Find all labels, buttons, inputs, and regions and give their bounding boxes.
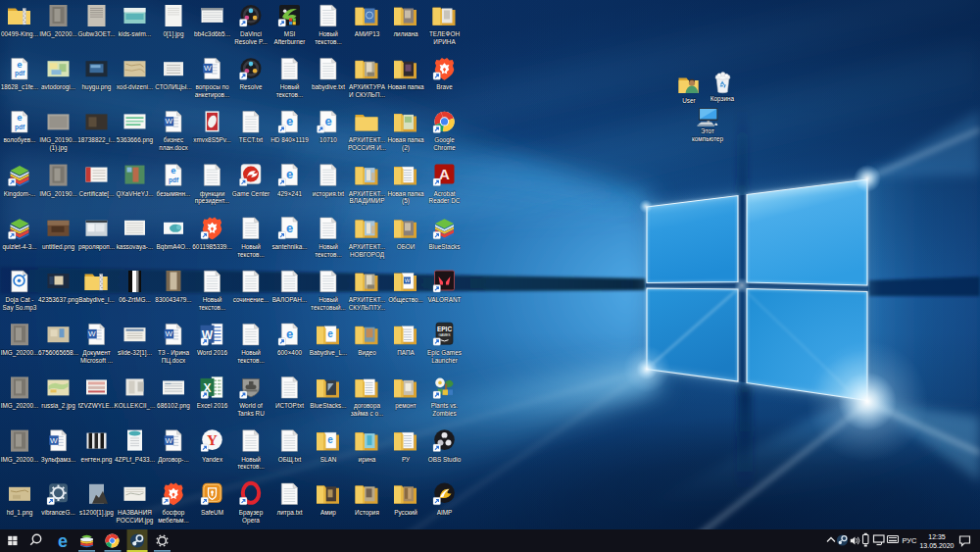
svg-text:мебельм...: мебельм... xyxy=(158,517,189,524)
svg-text:Word 2016: Word 2016 xyxy=(197,349,228,356)
svg-text:babydive.txt: babydive.txt xyxy=(312,83,345,91)
svg-text:IMG_20200...: IMG_20200... xyxy=(39,30,77,38)
svg-text:Этот: Этот xyxy=(701,127,714,134)
svg-text:EPIC: EPIC xyxy=(437,326,452,332)
svg-text:4ZPLf_P433...: 4ZPLf_P433... xyxy=(115,456,155,464)
svg-text:текстов...: текстов... xyxy=(237,463,265,470)
svg-text:Plants vs.: Plants vs. xyxy=(431,402,459,409)
svg-text:(1).jpg: (1).jpg xyxy=(49,144,68,152)
svg-text:НАЗВАНИЯ: НАЗВАНИЯ xyxy=(118,509,152,516)
svg-text:fZVZWYLE...: fZVZWYLE... xyxy=(78,402,116,409)
svg-text:e: e xyxy=(327,328,333,339)
svg-text:НОВГОРОД: НОВГОРОД xyxy=(350,251,385,259)
svg-text:Новая папка: Новая папка xyxy=(387,190,424,197)
svg-text:Новая папка: Новая папка xyxy=(387,136,424,143)
svg-text:kassovaya-...: kassovaya-... xyxy=(117,243,154,251)
svg-text:Yandex: Yandex xyxy=(202,456,223,463)
svg-text:QXaVHeYJ...: QXaVHeYJ... xyxy=(116,190,153,198)
svg-text:ИРИНА: ИРИНА xyxy=(433,38,456,45)
svg-text:e: e xyxy=(286,167,293,181)
svg-text:СТОЛИЦЫ...: СТОЛИЦЫ... xyxy=(155,83,192,91)
svg-text:e: e xyxy=(17,112,22,123)
svg-text:Общество...: Общество... xyxy=(388,296,423,304)
svg-text:Launcher: Launcher xyxy=(431,357,459,364)
svg-text:BlueStacks...: BlueStacks... xyxy=(310,402,347,409)
svg-text:Zombies: Zombies xyxy=(432,410,457,417)
svg-text:BlueStacks: BlueStacks xyxy=(429,243,461,250)
svg-text:Новый: Новый xyxy=(203,296,222,303)
svg-text:текстов...: текстов... xyxy=(276,91,304,98)
svg-text:e: e xyxy=(324,114,331,128)
svg-text:ряроляроп...: ряроляроп... xyxy=(78,243,115,251)
svg-text:вопросы по: вопросы по xyxy=(195,83,228,91)
svg-text:Амир: Амир xyxy=(320,509,336,517)
svg-text:президент...: президент... xyxy=(195,197,230,205)
svg-text:Brave: Brave xyxy=(436,83,453,90)
svg-text:Resolve P...: Resolve P... xyxy=(234,38,268,45)
svg-text:6011985339...: 6011985339... xyxy=(192,243,232,250)
svg-text:волобуев...: волобуев... xyxy=(3,136,35,144)
svg-text:IMG_20200...: IMG_20200... xyxy=(1,349,39,357)
svg-text:W: W xyxy=(166,436,173,445)
svg-text:АМИР13: АМИР13 xyxy=(355,30,380,37)
svg-text:russia_2.jpg: russia_2.jpg xyxy=(41,402,75,410)
svg-text:Doja Cat -: Doja Cat - xyxy=(6,296,34,304)
svg-text:00499-King...: 00499-King... xyxy=(1,30,38,38)
svg-text:429×241: 429×241 xyxy=(277,190,303,197)
svg-text:Excel 2016: Excel 2016 xyxy=(197,402,228,409)
svg-text:компьютер: компьютер xyxy=(692,135,724,143)
svg-text:xod-dvizeni...: xod-dvizeni... xyxy=(117,83,154,90)
svg-text:ВАЛОРАН...: ВАЛОРАН... xyxy=(272,296,308,303)
svg-text:e: e xyxy=(58,531,68,551)
svg-text:(5): (5) xyxy=(402,197,410,205)
svg-text:Браузер: Браузер xyxy=(239,509,264,517)
svg-text:Русский: Русский xyxy=(394,509,417,517)
svg-text:Новый: Новый xyxy=(280,83,300,90)
svg-text:ПАПА: ПАПА xyxy=(397,349,415,356)
svg-text:ремонт: ремонт xyxy=(395,402,416,410)
svg-text:договора: договора xyxy=(354,402,380,410)
svg-text:енгтен.png: енгтен.png xyxy=(81,456,113,464)
svg-text:Microsoft ...: Microsoft ... xyxy=(80,357,113,364)
svg-text:pdf: pdf xyxy=(169,176,179,184)
svg-text:IMG_20200...: IMG_20200... xyxy=(1,456,39,464)
svg-text:текстов...: текстов... xyxy=(199,304,226,311)
svg-text:литра.txt: литра.txt xyxy=(277,509,303,517)
svg-text:Resolve: Resolve xyxy=(239,83,263,90)
svg-text:quizlet-4-3...: quizlet-4-3... xyxy=(2,243,36,251)
svg-text:42353637.png: 42353637.png xyxy=(38,296,78,304)
svg-text:АРХИТЕКТ...: АРХИТЕКТ... xyxy=(349,190,386,197)
svg-text:600×400: 600×400 xyxy=(277,349,303,356)
svg-text:12:35: 12:35 xyxy=(928,533,946,540)
svg-text:история.txt: история.txt xyxy=(313,190,345,198)
svg-text:SLAN: SLAN xyxy=(320,456,337,463)
svg-text:ТЗ - Ирина: ТЗ - Ирина xyxy=(158,349,190,357)
svg-text:Chrome: Chrome xyxy=(433,144,456,151)
svg-text:АРХИКТУРА: АРХИКТУРА xyxy=(349,83,386,90)
svg-text:текстовый...: текстовый... xyxy=(311,304,346,311)
svg-text:Kingdom-...: Kingdom-... xyxy=(4,190,36,198)
svg-text:ТЕСТ.txt: ТЕСТ.txt xyxy=(239,136,264,143)
svg-text:e: e xyxy=(17,59,22,70)
svg-text:10710: 10710 xyxy=(319,136,337,143)
svg-text:untitled.png: untitled.png xyxy=(42,243,74,251)
svg-text:РУС: РУС xyxy=(902,536,917,545)
svg-text:РОССИИ.jpg: РОССИИ.jpg xyxy=(117,517,154,525)
svg-text:kids-swim...: kids-swim... xyxy=(119,30,152,37)
svg-text:W: W xyxy=(204,64,212,73)
svg-text:IMG_20190...: IMG_20190... xyxy=(39,136,77,144)
svg-text:босфор: босфор xyxy=(163,509,185,517)
svg-text:830043479...: 830043479... xyxy=(155,296,192,303)
svg-text:pdf: pdf xyxy=(15,124,25,131)
svg-text:MSI: MSI xyxy=(284,30,296,37)
svg-text:6756065658...: 6756065658... xyxy=(38,349,78,356)
svg-text:e: e xyxy=(327,434,333,445)
svg-text:13.05.2020: 13.05.2020 xyxy=(919,542,954,549)
svg-text:SafeUM: SafeUM xyxy=(201,509,223,516)
svg-text:W: W xyxy=(50,436,58,445)
svg-text:W: W xyxy=(166,117,173,125)
svg-text:e: e xyxy=(286,326,293,341)
svg-text:AIMP: AIMP xyxy=(437,509,453,516)
svg-text:DaVinci: DaVinci xyxy=(240,30,262,37)
svg-text:Acrobat: Acrobat xyxy=(433,190,455,197)
